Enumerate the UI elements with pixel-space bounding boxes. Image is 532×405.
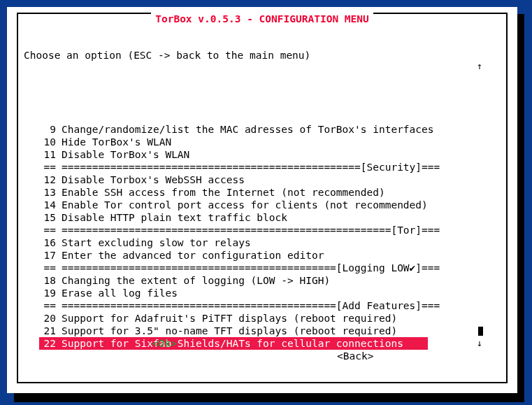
menu-item[interactable]: 15Disable HTTP plain text traffic block — [39, 211, 487, 224]
menu-item[interactable]: 16Start excluding slow tor relays — [39, 236, 487, 249]
divider-marker: == — [39, 224, 56, 236]
menu-item[interactable]: 18Changing the extent of logging (LOW ->… — [39, 274, 487, 287]
ok-button[interactable]: <Ok> — [152, 337, 177, 350]
menu-item-number: 13 — [39, 186, 56, 199]
dialog-window: TorBox v.0.5.3 - CONFIGURATION MENU Choo… — [7, 7, 517, 393]
menu-divider: ========================================… — [39, 224, 487, 236]
menu-item-number: 10 — [39, 136, 56, 148]
button-bar: <Ok> <Back> — [22, 325, 502, 375]
menu-item[interactable]: 19Erase all log files — [39, 287, 487, 299]
menu-item-label: Disable Torbox's WebSSH access — [56, 174, 245, 185]
menu-item-label: Enable SSH access from the Internet (not… — [56, 187, 385, 198]
menu-item[interactable]: 10Hide TorBox's WLAN — [39, 136, 487, 148]
menu-item-number: 12 — [39, 173, 56, 186]
menu-item-number: 9 — [39, 123, 56, 136]
divider-label: ========================================… — [56, 262, 440, 273]
menu-item-number: 11 — [39, 148, 56, 161]
menu-item-label: Hide TorBox's WLAN — [56, 136, 171, 148]
divider-label: ========================================… — [56, 225, 440, 236]
menu-item-label: Erase all log files — [56, 287, 178, 299]
menu-item-number: 19 — [39, 287, 56, 299]
menu-item-label: Changing the extent of logging (LOW -> H… — [56, 275, 330, 286]
terminal-background: TorBox v.0.5.3 - CONFIGURATION MENU Choo… — [0, 0, 532, 405]
divider-label: ========================================… — [56, 300, 440, 311]
divider-marker: == — [39, 262, 56, 274]
menu-item-label: Support for Adafruit's PiTFT displays (r… — [56, 313, 397, 324]
menu-item-number: 15 — [39, 211, 56, 224]
menu-item[interactable]: 13Enable SSH access from the Internet (n… — [39, 186, 487, 199]
menu-item[interactable]: 9Change/randomize/list the MAC adresses … — [39, 123, 487, 136]
menu-item-number: 16 — [39, 236, 56, 249]
menu-item-label: Start excluding slow tor relays — [56, 237, 251, 248]
menu-item[interactable]: 11Disable TorBox's WLAN — [39, 148, 487, 161]
menu-item-label: Disable HTTP plain text traffic block — [56, 212, 287, 223]
menu-item-number: 17 — [39, 249, 56, 262]
menu-item[interactable]: 12Disable Torbox's WebSSH access — [39, 173, 487, 186]
menu-item-number: 14 — [39, 199, 56, 211]
dialog-content: Choose an option (ESC -> back to the mai… — [22, 24, 502, 378]
menu-item[interactable]: 20Support for Adafruit's PiTFT displays … — [39, 312, 487, 325]
menu-divider: ========================================… — [39, 262, 487, 274]
divider-marker: == — [39, 299, 56, 312]
dialog-border: TorBox v.0.5.3 - CONFIGURATION MENU Choo… — [17, 13, 508, 383]
menu-item-label: Enter the advanced tor configuration edi… — [56, 250, 324, 261]
menu-item-number: 18 — [39, 274, 56, 287]
menu-item-label: Change/randomize/list the MAC adresses o… — [56, 124, 434, 135]
menu-item[interactable]: 17Enter the advanced tor configuration e… — [39, 249, 487, 262]
menu-divider: ========================================… — [39, 299, 487, 312]
scroll-up-icon[interactable]: ↑ — [477, 60, 482, 73]
back-button[interactable]: <Back> — [337, 350, 373, 362]
menu-item-label: Disable TorBox's WLAN — [56, 149, 189, 160]
menu-item[interactable]: 14Enable Tor control port access for cli… — [39, 199, 487, 211]
divider-label: ========================================… — [56, 162, 440, 173]
menu-list[interactable]: ↑ ↓ 9Change/randomize/list the MAC adres… — [39, 60, 487, 350]
divider-marker: == — [39, 161, 56, 173]
menu-divider: ========================================… — [39, 161, 487, 173]
menu-item-label: Enable Tor control port access for clien… — [56, 199, 428, 211]
menu-item-number: 20 — [39, 312, 56, 325]
